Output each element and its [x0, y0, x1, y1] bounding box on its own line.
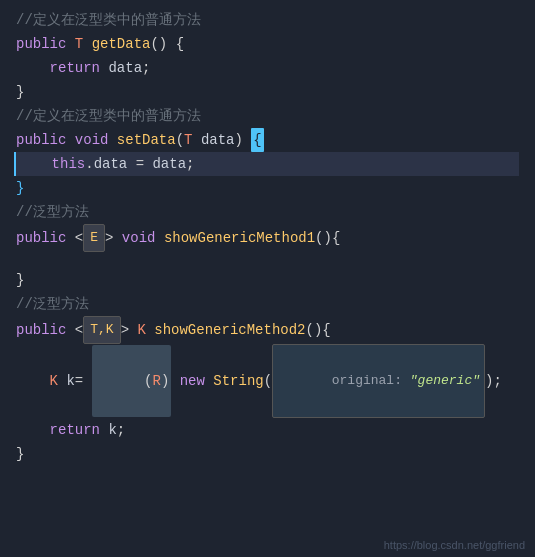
param-label-hint: original: "generic" — [272, 344, 485, 418]
code-line-9: //泛型方法 — [16, 200, 519, 224]
type-T-2: T — [184, 128, 192, 152]
type-K-1: K — [137, 318, 145, 342]
type-T-1: T — [75, 32, 83, 56]
keyword-this: this — [52, 152, 86, 176]
code-line-5: //定义在泛型类中的普通方法 — [16, 104, 519, 128]
code-line-7: this . data = data ; — [14, 152, 519, 176]
comment-2: //定义在泛型类中的普通方法 — [16, 104, 201, 128]
class-String: String — [213, 369, 263, 393]
code-line-1: //定义在泛型类中的普通方法 — [16, 8, 519, 32]
code-line-2: public T getData () { — [16, 32, 519, 56]
comment-1: //定义在泛型类中的普通方法 — [16, 8, 201, 32]
var-data-2: data — [152, 152, 186, 176]
comment-3: //泛型方法 — [16, 200, 89, 224]
method-getData: getData — [92, 32, 151, 56]
code-line-12: } — [16, 268, 519, 292]
brace-close-1: } — [16, 176, 24, 200]
method-showGenericMethod1: showGenericMethod1 — [164, 226, 315, 250]
var-k: k — [66, 369, 74, 393]
type-K-2: K — [50, 369, 58, 393]
code-line-4: } — [16, 80, 519, 104]
generic-tooltip-E: E — [83, 224, 105, 252]
comment-4: //泛型方法 — [16, 292, 89, 316]
code-line-15: K k = (R) new String ( original: "generi… — [16, 344, 519, 418]
keyword-return-1: return — [50, 56, 100, 80]
keyword-void-2: void — [122, 226, 156, 250]
code-line-16: return k ; — [16, 418, 519, 442]
method-showGenericMethod2: showGenericMethod2 — [154, 318, 305, 342]
field-data: data — [94, 152, 128, 176]
keyword-public-4: public — [16, 318, 66, 342]
code-line-3: return data ; — [16, 56, 519, 80]
method-setData: setData — [117, 128, 176, 152]
code-line-8: } — [16, 176, 519, 200]
var-data-1: data — [108, 56, 142, 80]
code-line-6: public void setData ( T data ) { — [16, 128, 519, 152]
code-line-14: public < T,K > K showGenericMethod2 (){ — [16, 316, 519, 344]
cast-highlight: (R) — [92, 345, 172, 417]
generic-tooltip-TK: T,K — [83, 316, 120, 344]
param-data: data — [201, 128, 235, 152]
code-line-10: public < E > void showGenericMethod1 (){ — [16, 224, 519, 252]
keyword-void-1: void — [75, 128, 109, 152]
watermark: https://blog.csdn.net/ggfriend — [384, 539, 525, 551]
keyword-public-3: public — [16, 226, 66, 250]
code-line-13: //泛型方法 — [16, 292, 519, 316]
brace-open-1: { — [251, 128, 263, 152]
code-line-17: } — [16, 442, 519, 466]
keyword-return-2: return — [50, 418, 100, 442]
code-line-11 — [16, 252, 519, 268]
var-k-return: k — [108, 418, 116, 442]
keyword-public-2: public — [16, 128, 66, 152]
keyword-public-1: public — [16, 32, 66, 56]
keyword-new: new — [180, 369, 205, 393]
code-editor: //定义在泛型类中的普通方法 public T getData () { ret… — [0, 0, 535, 557]
